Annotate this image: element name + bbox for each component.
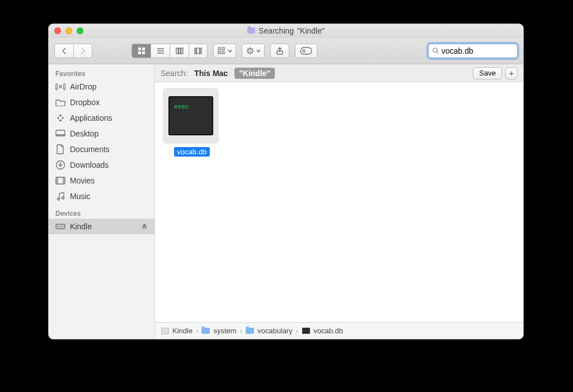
svg-rect-1 (142, 48, 145, 50)
svg-point-18 (250, 50, 251, 51)
window-title: Searching "Kindle" (49, 26, 523, 35)
eject-button[interactable] (141, 222, 148, 231)
fullscreen-button[interactable] (77, 27, 83, 34)
columns-icon (175, 46, 184, 55)
folder-icon (55, 97, 65, 107)
path-segment[interactable]: Kindle (172, 327, 192, 335)
scope-label: Search: (161, 69, 187, 78)
search-input[interactable] (442, 46, 524, 55)
movies-icon (55, 176, 65, 186)
svg-rect-7 (176, 48, 178, 54)
sidebar-item-label: Desktop (70, 129, 98, 138)
sidebar-item-desktop[interactable]: Desktop (49, 126, 154, 141)
sidebar-item-airdrop[interactable]: AirDrop (49, 79, 154, 95)
sidebar-item-kindle[interactable]: Kindle (49, 219, 154, 234)
sidebar: Favorites AirDrop Dropbox Applications (49, 64, 155, 339)
sidebar-item-label: AirDrop (70, 82, 96, 91)
sidebar-item-movies[interactable]: Movies (49, 173, 154, 188)
chevron-right-icon: › (296, 327, 298, 335)
sidebar-item-applications[interactable]: Applications (49, 110, 154, 126)
music-icon (55, 191, 65, 201)
folder-icon (246, 328, 254, 334)
titlebar: Searching "Kindle" (49, 24, 523, 37)
finder-window: Searching "Kindle" (48, 23, 524, 339)
svg-rect-13 (218, 48, 220, 50)
svg-point-29 (303, 49, 305, 51)
devices-heading: Devices (49, 207, 154, 219)
gallery-icon (194, 46, 203, 55)
back-button[interactable] (54, 44, 73, 58)
minimize-button[interactable] (65, 27, 72, 34)
documents-icon (55, 144, 65, 154)
exec-icon: exec (168, 96, 213, 135)
svg-line-26 (248, 53, 248, 53)
file-item[interactable]: exec vocab.db (163, 88, 221, 157)
exec-icon (302, 328, 310, 334)
folder-icon (201, 328, 210, 334)
svg-rect-2 (138, 51, 141, 54)
svg-rect-3 (142, 51, 145, 54)
close-button[interactable] (54, 27, 61, 34)
svg-line-23 (248, 48, 248, 49)
column-view-button[interactable] (170, 44, 189, 58)
gallery-view-button[interactable] (189, 44, 208, 58)
sidebar-item-downloads[interactable]: Downloads (49, 157, 154, 173)
svg-point-45 (58, 198, 60, 200)
path-segment[interactable]: vocab.db (313, 327, 343, 335)
gear-icon (246, 46, 255, 55)
content-area: exec vocab.db Kindle › system › vocabula… (155, 64, 523, 339)
scope-this-mac[interactable]: This Mac (194, 69, 228, 78)
svg-rect-10 (195, 48, 196, 54)
svg-line-25 (252, 48, 252, 49)
path-segment[interactable]: system (213, 327, 236, 335)
svg-rect-49 (142, 228, 147, 229)
sidebar-item-label: Downloads (70, 160, 109, 169)
tags-button[interactable] (295, 44, 317, 58)
tag-icon (300, 47, 312, 55)
icon-view-button[interactable] (131, 44, 151, 58)
title-text-quoted: "Kindle" (297, 26, 325, 35)
svg-rect-14 (218, 51, 220, 54)
sidebar-item-label: Music (70, 192, 91, 201)
forward-button[interactable] (73, 44, 92, 58)
svg-point-46 (62, 197, 64, 199)
exec-icon-text: exec (174, 103, 189, 110)
applications-icon (55, 113, 65, 123)
search-field[interactable]: ✕ (428, 44, 518, 58)
add-criteria-button[interactable]: + (505, 67, 518, 79)
svg-rect-9 (181, 48, 182, 54)
action-menu-button[interactable] (242, 44, 265, 58)
svg-rect-16 (222, 51, 224, 54)
disk-icon (161, 328, 169, 334)
svg-rect-8 (179, 48, 180, 54)
scope-kindle[interactable]: "Kindle" (234, 68, 275, 79)
search-scope-bar: Search: This Mac "Kindle" Save + (155, 64, 523, 82)
list-view-button[interactable] (151, 44, 170, 58)
sidebar-item-music[interactable]: Music (49, 188, 154, 204)
airdrop-icon (55, 82, 65, 92)
sidebar-item-label: Applications (70, 114, 112, 122)
sidebar-item-label: Movies (70, 176, 95, 185)
svg-rect-11 (197, 48, 200, 54)
group-by-button[interactable] (213, 44, 236, 58)
sidebar-item-dropbox[interactable]: Dropbox (49, 95, 154, 110)
traffic-lights (54, 27, 83, 34)
chevron-right-icon: › (240, 327, 242, 335)
results-pane[interactable]: exec vocab.db (155, 64, 523, 322)
toolbar: ✕ (49, 37, 523, 64)
svg-rect-0 (138, 48, 141, 50)
title-text-prefix: Searching (259, 26, 294, 35)
sidebar-item-documents[interactable]: Documents (49, 141, 154, 157)
save-search-button[interactable]: Save (473, 67, 502, 79)
path-segment[interactable]: vocabulary (257, 327, 293, 335)
share-button[interactable] (270, 44, 289, 58)
svg-point-32 (59, 86, 62, 88)
view-switcher (131, 44, 208, 58)
folder-icon (247, 27, 255, 34)
chevron-right-icon (78, 46, 87, 55)
nav-buttons (54, 44, 92, 58)
svg-line-31 (437, 52, 439, 54)
chevron-left-icon (60, 46, 69, 55)
svg-rect-12 (200, 48, 201, 54)
sidebar-item-label: Documents (70, 145, 110, 154)
